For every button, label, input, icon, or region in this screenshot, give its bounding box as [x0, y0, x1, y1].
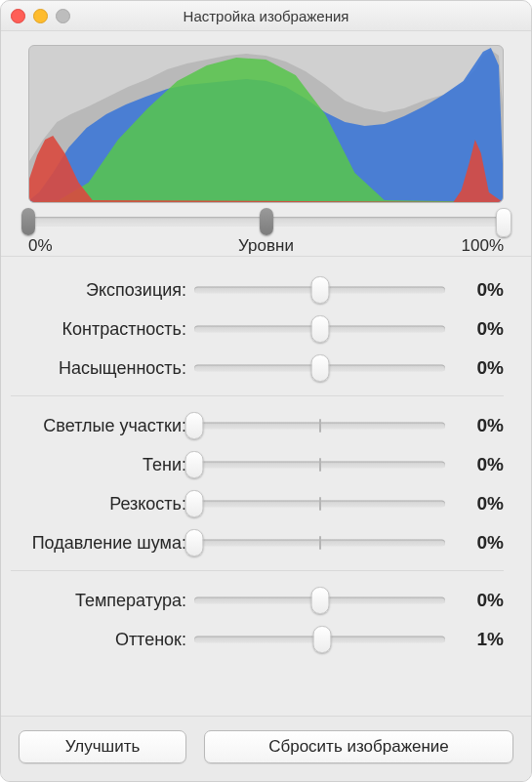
sharpness-slider[interactable] — [194, 490, 445, 517]
tint-value: 1% — [445, 629, 504, 650]
footer: Улучшить Сбросить изображение — [1, 716, 531, 781]
levels-mid-label: Уровни — [238, 236, 294, 256]
shadows-label: Тени: — [11, 455, 194, 475]
slider-row-temperature: Температура:0% — [11, 581, 504, 620]
highlights-knob[interactable] — [185, 412, 204, 439]
highlights-label: Светлые участки: — [11, 416, 194, 436]
slider-row-contrast: Контрастность:0% — [11, 309, 504, 349]
slider-row-saturation: Насыщенность:0% — [11, 349, 504, 388]
temperature-knob[interactable] — [310, 587, 329, 614]
saturation-slider[interactable] — [194, 354, 445, 382]
zoom-icon[interactable] — [56, 9, 70, 23]
center-tick — [319, 458, 321, 472]
sharpness-knob[interactable] — [185, 490, 204, 517]
exposure-slider[interactable] — [194, 276, 445, 304]
levels-mid-thumb[interactable] — [260, 208, 273, 235]
levels-labels: 0% Уровни 100% — [28, 236, 504, 256]
temperature-slider[interactable] — [194, 587, 445, 614]
histogram-section: 0% Уровни 100% — [1, 31, 531, 256]
close-icon[interactable] — [11, 9, 25, 23]
histogram — [28, 45, 504, 203]
saturation-knob[interactable] — [310, 354, 329, 382]
adjust-image-window: Настройка изображения 0% Уровни — [0, 0, 532, 782]
saturation-label: Насыщенность: — [11, 358, 194, 379]
levels-black-thumb[interactable] — [21, 208, 35, 235]
temperature-label: Температура: — [11, 591, 194, 611]
slider-row-sharpness: Резкость:0% — [11, 484, 504, 523]
highlights-slider[interactable] — [194, 412, 445, 439]
slider-row-highlights: Светлые участки:0% — [11, 406, 504, 445]
slider-row-shadows: Тени:0% — [11, 445, 504, 484]
contrast-knob[interactable] — [310, 315, 329, 343]
denoise-slider[interactable] — [194, 529, 445, 556]
center-tick — [319, 497, 321, 511]
enhance-button[interactable]: Улучшить — [19, 730, 186, 763]
levels-max-label: 100% — [462, 236, 504, 256]
slider-row-exposure: Экспозиция:0% — [11, 270, 504, 309]
levels-min-label: 0% — [28, 236, 53, 256]
shadows-knob[interactable] — [185, 451, 204, 478]
window-title: Настройка изображения — [1, 8, 531, 24]
tint-slider[interactable] — [194, 626, 445, 653]
exposure-value: 0% — [445, 279, 504, 301]
sliders-list: Экспозиция:0%Контрастность:0%Насыщенност… — [1, 257, 531, 667]
shadows-slider[interactable] — [194, 451, 445, 478]
tint-knob[interactable] — [313, 626, 332, 653]
center-tick — [319, 536, 321, 550]
contrast-label: Контрастность: — [11, 319, 194, 340]
slider-group: Экспозиция:0%Контрастность:0%Насыщенност… — [11, 261, 504, 395]
denoise-knob[interactable] — [185, 529, 204, 556]
slider-group: Температура:0%Оттенок:1% — [11, 571, 504, 667]
tint-label: Оттенок: — [11, 630, 194, 650]
exposure-knob[interactable] — [310, 276, 329, 304]
titlebar: Настройка изображения — [1, 1, 531, 31]
levels-slider[interactable]: 0% Уровни 100% — [28, 207, 504, 256]
slider-row-denoise: Подавление шума:0% — [11, 523, 504, 562]
denoise-label: Подавление шума: — [11, 533, 194, 554]
contrast-slider[interactable] — [194, 315, 445, 343]
sharpness-label: Резкость: — [11, 494, 194, 514]
minimize-icon[interactable] — [33, 9, 48, 23]
temperature-value: 0% — [445, 590, 504, 611]
shadows-value: 0% — [445, 454, 504, 475]
levels-white-thumb[interactable] — [496, 208, 512, 237]
highlights-value: 0% — [445, 415, 504, 436]
window-controls — [11, 9, 70, 23]
reset-button[interactable]: Сбросить изображение — [204, 730, 513, 763]
contrast-value: 0% — [445, 318, 504, 340]
denoise-value: 0% — [445, 532, 504, 554]
slider-row-tint: Оттенок:1% — [11, 620, 504, 659]
slider-group: Светлые участки:0%Тени:0%Резкость:0%Пода… — [11, 396, 504, 570]
exposure-label: Экспозиция: — [11, 280, 194, 301]
center-tick — [319, 419, 321, 432]
saturation-value: 0% — [445, 357, 504, 379]
sharpness-value: 0% — [445, 493, 504, 514]
histogram-svg — [29, 46, 503, 202]
